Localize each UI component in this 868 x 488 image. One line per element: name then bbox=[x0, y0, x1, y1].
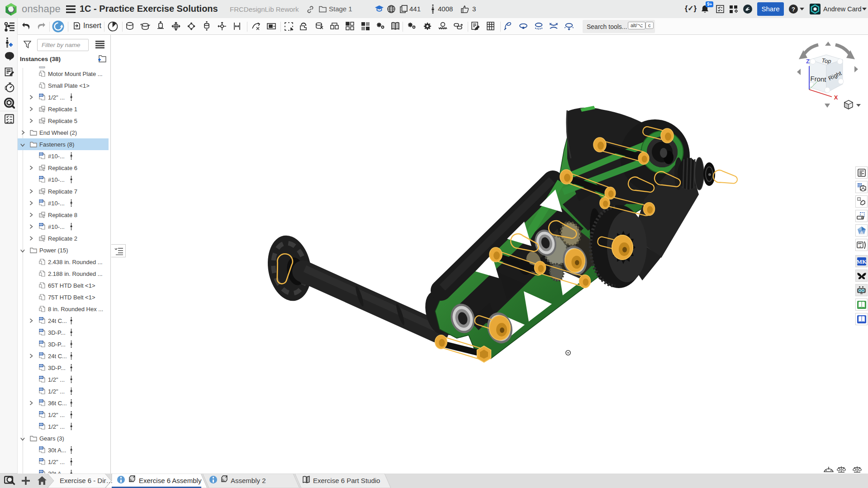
svg-text:Z: Z bbox=[806, 58, 810, 65]
svg-text:Top: Top bbox=[821, 57, 831, 65]
svg-text:Front: Front bbox=[810, 75, 827, 83]
svg-text:X: X bbox=[834, 94, 838, 101]
svg-text:MK: MK bbox=[857, 258, 867, 265]
svg-text:?: ? bbox=[792, 6, 795, 13]
svg-text:Exercise 6 - Dir…: Exercise 6 - Dir… bbox=[60, 477, 113, 484]
svg-text:x: x bbox=[859, 244, 861, 248]
